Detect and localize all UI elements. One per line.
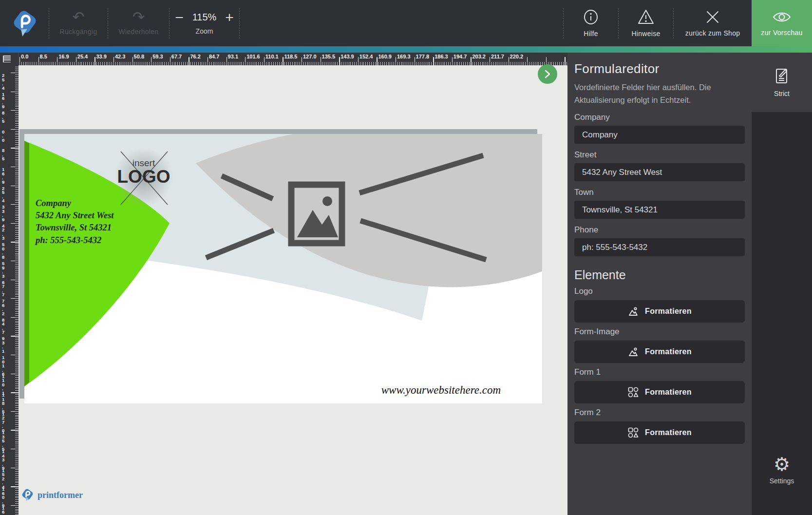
field-town: Town (574, 188, 745, 219)
element-logo-format-button[interactable]: Formatieren (574, 300, 745, 323)
horizontal-ruler-label: 25.4 (77, 54, 88, 59)
vertical-ruler-label: 5 9 . 3 (2, 262, 4, 278)
field-street-input[interactable] (574, 163, 745, 181)
horizontal-ruler-label: 42.3 (115, 54, 125, 59)
field-town-input[interactable] (574, 201, 745, 219)
back-to-shop-button[interactable]: zurück zum Shop (674, 0, 752, 46)
brand-footer: printformer (20, 488, 83, 502)
horizontal-ruler-label: 33.9 (96, 54, 106, 59)
element-form-image-format-label: Formatieren (645, 347, 692, 356)
undo-button[interactable]: ↶ Rückgängig (49, 0, 108, 46)
undo-label: Rückgängig (60, 28, 97, 36)
card-green-edge-strip (24, 141, 29, 386)
card-street-line: 5432 Any Street West (36, 210, 114, 220)
horizontal-ruler-label: 76.2 (190, 54, 200, 59)
horizontal-ruler-label: 93.1 (228, 54, 238, 59)
element-form-image: Form-Image Formatieren (574, 327, 745, 363)
horizontal-ruler-label: 67.7 (171, 54, 182, 59)
horizontal-ruler-label: 84.7 (209, 54, 219, 59)
printformer-footer-icon (20, 488, 34, 502)
element-form1-label: Form 1 (574, 367, 745, 377)
preview-button[interactable]: zur Vorschau (752, 0, 812, 46)
vertical-ruler: 2 5 . 41 6 . 98 . 50 . 08 . 51 6 . 92 5 … (0, 65, 19, 515)
hints-label: Hinweise (631, 30, 660, 38)
horizontal-ruler-label: 211.7 (491, 54, 504, 59)
card-website-text[interactable]: www.yourwebsitehere.com (381, 384, 501, 396)
element-form1: Form 1 Formatieren (574, 367, 745, 403)
horizontal-ruler-label: 0.0 (21, 54, 28, 59)
right-rail: Strict ⚙ Settings (752, 53, 812, 515)
strict-tab-label: Strict (774, 90, 790, 97)
vertical-ruler-label: 4 2 . 3 (2, 224, 4, 241)
image-icon (627, 305, 639, 317)
horizontal-ruler-label: 143.9 (340, 54, 354, 59)
vertical-ruler-label: 5 0 . 8 (2, 243, 4, 259)
help-button[interactable]: Hilfe (564, 0, 618, 46)
horizontal-ruler-label: 152.4 (359, 54, 373, 59)
vertical-ruler-label: 1 6 9 . 3 (2, 506, 4, 515)
element-form1-format-button[interactable]: Formatieren (574, 381, 745, 403)
image-icon (627, 346, 639, 358)
field-company: Company (574, 113, 745, 144)
panel-collapse-button[interactable] (538, 64, 557, 84)
redo-label: Wiederholen (119, 28, 159, 36)
vertical-ruler-label: 2 5 . 4 (2, 74, 4, 90)
printformer-logo-icon (10, 9, 38, 38)
logo-placeholder[interactable]: insert LOGO (114, 148, 173, 206)
vertical-ruler-label: 3 3 . 9 (2, 205, 4, 222)
horizontal-ruler-label: 118.5 (284, 54, 297, 59)
zoom-out-button[interactable]: − (175, 12, 184, 23)
element-logo-label: Logo (574, 286, 745, 296)
vertical-ruler-label: 0 . 0 (2, 130, 4, 143)
field-street: Street (574, 150, 745, 181)
vertical-ruler-label: 1 6 . 9 (2, 168, 4, 184)
warning-icon (637, 9, 655, 25)
business-card-artboard[interactable]: Company 5432 Any Street West Townsville,… (19, 129, 537, 399)
horizontal-ruler-minor-ticks (19, 62, 567, 65)
element-form-image-format-button[interactable]: Formatieren (574, 341, 745, 363)
printformer-editor: ↶ Rückgängig ↷ Wiederholen − 115% + Zoom (0, 0, 812, 515)
horizontal-ruler-label: 8.5 (40, 54, 47, 59)
ruler-corner (0, 53, 19, 65)
horizontal-ruler-label: 203.2 (472, 54, 486, 59)
field-company-label: Company (574, 113, 745, 122)
card-town-line: Townsville, St 54321 (36, 223, 112, 232)
vertical-ruler-label: 9 3 . 1 (2, 337, 4, 353)
elements-heading: Elemente (574, 268, 745, 282)
zoom-value: 115% (192, 12, 217, 23)
card-company-line: Company (36, 198, 72, 208)
brand-footer-text: printformer (38, 490, 83, 500)
element-logo: Logo Formatieren (574, 286, 745, 323)
close-icon (705, 9, 720, 25)
horizontal-ruler-label: 110.1 (265, 54, 279, 59)
zoom-controls: − 115% + Zoom (170, 0, 239, 46)
vertical-ruler-label: 1 6 . 9 (2, 93, 4, 109)
settings-button[interactable]: ⚙ Settings (752, 455, 812, 485)
eye-icon (772, 10, 792, 24)
printformer-logo[interactable] (0, 0, 49, 46)
horizontal-ruler-label: 135.5 (322, 54, 336, 59)
image-placeholder-sun (322, 196, 332, 206)
element-form2-label: Form 2 (574, 408, 745, 418)
ruler-corner-icon (3, 56, 11, 62)
hints-button[interactable]: Hinweise (619, 0, 673, 46)
field-street-label: Street (574, 150, 745, 160)
redo-button[interactable]: ↷ Wiederholen (108, 0, 169, 46)
zoom-in-button[interactable]: + (225, 12, 234, 23)
chevron-right-icon (544, 70, 551, 78)
field-phone-input[interactable] (574, 238, 745, 256)
element-form2-format-button[interactable]: Formatieren (574, 421, 745, 444)
toolbar-spacer (240, 0, 563, 46)
field-company-input[interactable] (574, 126, 745, 144)
form-editor-panel: Formulareditor Vordefinierte Felder hier… (567, 53, 752, 515)
edit-document-icon (774, 67, 790, 85)
horizontal-ruler-label: 177.8 (416, 54, 430, 59)
accent-gradient-bar (0, 46, 812, 53)
horizontal-ruler-label: 160.9 (378, 54, 392, 59)
shapes-icon (627, 427, 639, 439)
horizontal-ruler-label: 220.2 (510, 54, 524, 59)
horizontal-ruler-label: 194.7 (453, 54, 467, 59)
strict-tab[interactable]: Strict (752, 53, 812, 112)
horizontal-ruler-label: 50.8 (134, 54, 144, 59)
panel-title: Formulareditor (574, 61, 745, 76)
